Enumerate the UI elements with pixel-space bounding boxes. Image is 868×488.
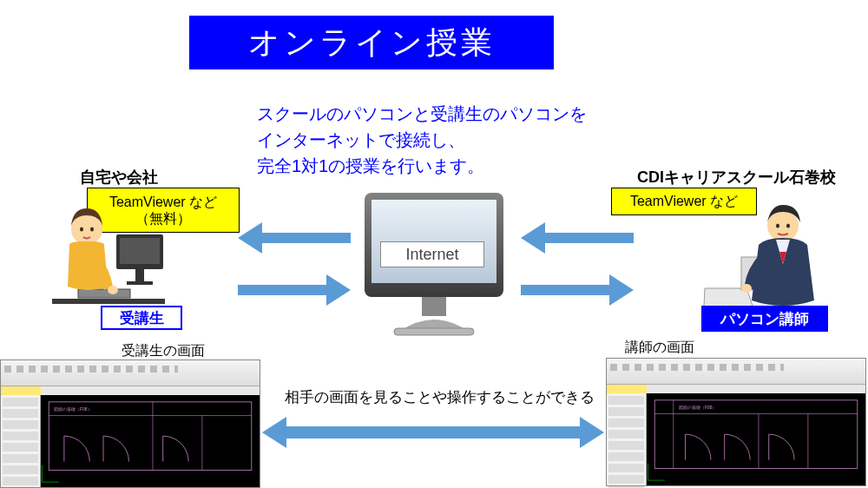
svg-rect-19 (49, 402, 252, 471)
subtitle-line2: インターネットで接続し、 (257, 130, 465, 149)
svg-point-9 (108, 286, 118, 294)
arrow-student-to-internet (238, 274, 351, 306)
svg-rect-1 (120, 238, 160, 264)
teacher-screen-thumbnail: 図面の基礎（F08） (606, 358, 866, 486)
teacher-screen-caption: 講師の画面 (625, 339, 694, 357)
arrow-internet-to-teacher (521, 274, 634, 306)
svg-point-17 (786, 224, 790, 228)
title-text: オンライン授業 (248, 22, 496, 64)
svg-rect-4 (52, 299, 165, 304)
svg-point-18 (741, 284, 752, 293)
arrow-internet-to-student (238, 222, 351, 254)
svg-text:図面の基礎（F08）: 図面の基礎（F08） (54, 406, 91, 412)
internet-label: Internet (380, 241, 484, 267)
svg-rect-13 (394, 328, 474, 335)
bottom-description: 相手の画面を見ることや操作することができる (285, 387, 595, 407)
student-screen-thumbnail: 図面の基礎（F08） (0, 359, 260, 488)
svg-rect-12 (422, 297, 446, 316)
svg-point-8 (90, 228, 94, 232)
svg-text:図面の基礎（F08）: 図面の基礎（F08） (679, 405, 716, 410)
double-arrow-screens (262, 415, 604, 450)
subtitle-line3: 完全1対1の授業を行います。 (257, 156, 484, 175)
teacher-role-label: パソコン講師 (701, 306, 828, 332)
svg-rect-3 (127, 281, 153, 285)
svg-point-16 (776, 224, 779, 228)
svg-rect-5 (78, 289, 130, 298)
subtitle: スクールのパソコンと受講生のパソコンを インターネットで接続し、 完全1対1の授… (257, 101, 587, 179)
svg-point-7 (80, 228, 83, 232)
student-screen-caption: 受講生の画面 (122, 342, 205, 360)
location-label-left: 自宅や会社 (80, 167, 158, 188)
location-label-right: CDIキャリアスクール石巻校 (637, 167, 836, 188)
student-role-label: 受講生 (101, 306, 182, 330)
svg-rect-2 (135, 269, 144, 281)
subtitle-line1: スクールのパソコンと受講生のパソコンを (257, 104, 587, 123)
arrow-teacher-to-internet (521, 222, 634, 254)
title-banner: オンライン授業 (189, 16, 554, 69)
